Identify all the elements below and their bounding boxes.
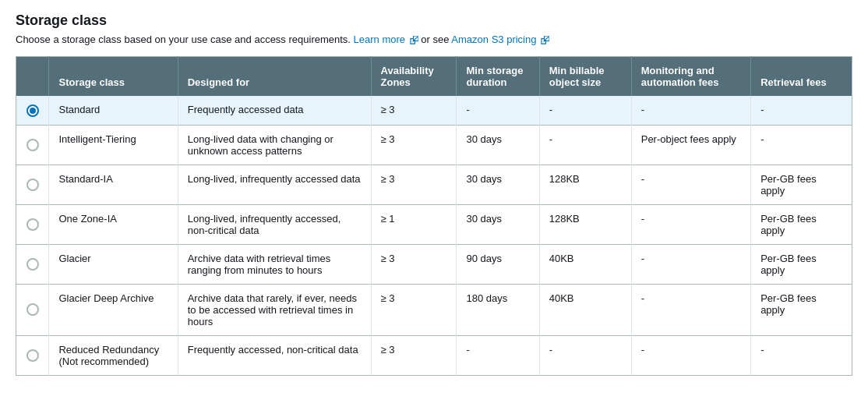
table-row[interactable]: StandardFrequently accessed data≥ 3----: [16, 96, 852, 125]
min-storage-cell: -: [457, 96, 539, 125]
monitoring-cell: Per-object fees apply: [631, 125, 750, 165]
radio-cell[interactable]: [16, 204, 49, 244]
storage-class-cell: Glacier: [49, 244, 178, 284]
radio-button[interactable]: [26, 258, 39, 271]
retrieval-cell: Per-GB fees apply: [751, 165, 852, 204]
monitoring-cell: -: [631, 204, 750, 244]
s3-pricing-link[interactable]: Amazon S3 pricing: [451, 34, 549, 45]
radio-cell[interactable]: [16, 125, 49, 165]
monitoring-cell: -: [631, 165, 750, 204]
storage-class-cell: Standard: [49, 96, 178, 125]
radio-button[interactable]: [26, 179, 39, 191]
table-row[interactable]: Glacier Deep ArchiveArchive data that ra…: [16, 284, 852, 335]
radio-cell[interactable]: [16, 335, 49, 375]
monitoring-cell: -: [631, 244, 750, 284]
radio-button[interactable]: [26, 104, 39, 117]
storage-class-cell: Intelligent-Tiering: [49, 125, 178, 165]
col-header-az: Availability Zones: [371, 57, 457, 97]
min-storage-cell: 30 days: [457, 204, 539, 244]
storage-class-cell: Reduced Redundancy (Not recommended): [49, 335, 178, 375]
radio-button[interactable]: [26, 218, 39, 231]
learn-more-link[interactable]: Learn more: [354, 34, 422, 45]
retrieval-cell: -: [751, 125, 852, 165]
monitoring-cell: -: [631, 335, 750, 375]
table-row[interactable]: GlacierArchive data with retrieval times…: [16, 244, 852, 284]
designed-for-cell: Archive data with retrieval times rangin…: [178, 244, 371, 284]
external-link-icon: [410, 36, 418, 44]
min-billable-cell: 40KB: [539, 244, 631, 284]
min-billable-cell: -: [539, 96, 631, 125]
monitoring-cell: -: [631, 96, 750, 125]
min-billable-cell: 128KB: [539, 165, 631, 204]
radio-button[interactable]: [26, 349, 39, 362]
external-link-icon-2: [541, 36, 549, 44]
min-storage-cell: 180 days: [457, 284, 539, 335]
retrieval-cell: Per-GB fees apply: [751, 284, 852, 335]
page-subtitle: Choose a storage class based on your use…: [16, 34, 852, 45]
designed-for-cell: Long-lived, infrequently accessed, non-c…: [178, 204, 371, 244]
col-header-designed-for: Designed for: [178, 57, 371, 97]
min-storage-cell: -: [457, 335, 539, 375]
table-header-row: Storage class Designed for Availability …: [16, 57, 852, 97]
retrieval-cell: -: [751, 96, 852, 125]
designed-for-cell: Long-lived data with changing or unknown…: [178, 125, 371, 165]
storage-class-cell: One Zone-IA: [49, 204, 178, 244]
az-cell: ≥ 3: [371, 244, 457, 284]
col-header-min-storage: Min storage duration: [457, 57, 539, 97]
radio-button[interactable]: [26, 303, 39, 316]
min-billable-cell: 128KB: [539, 204, 631, 244]
storage-class-cell: Glacier Deep Archive: [49, 284, 178, 335]
az-cell: ≥ 3: [371, 284, 457, 335]
retrieval-cell: Per-GB fees apply: [751, 244, 852, 284]
radio-cell[interactable]: [16, 96, 49, 125]
min-storage-cell: 30 days: [457, 165, 539, 204]
radio-cell[interactable]: [16, 284, 49, 335]
table-row[interactable]: Intelligent-TieringLong-lived data with …: [16, 125, 852, 165]
radio-cell[interactable]: [16, 244, 49, 284]
min-billable-cell: -: [539, 335, 631, 375]
retrieval-cell: -: [751, 335, 852, 375]
designed-for-cell: Frequently accessed, non-critical data: [178, 335, 371, 375]
radio-cell[interactable]: [16, 165, 49, 204]
az-cell: ≥ 3: [371, 96, 457, 125]
monitoring-cell: -: [631, 284, 750, 335]
storage-class-table: Storage class Designed for Availability …: [16, 56, 852, 376]
az-cell: ≥ 3: [371, 335, 457, 375]
table-row[interactable]: One Zone-IALong-lived, infrequently acce…: [16, 204, 852, 244]
col-header-min-billable: Min billable object size: [539, 57, 631, 97]
min-storage-cell: 90 days: [457, 244, 539, 284]
min-billable-cell: 40KB: [539, 284, 631, 335]
retrieval-cell: Per-GB fees apply: [751, 204, 852, 244]
col-header-radio: [16, 57, 49, 97]
col-header-monitoring: Monitoring and automation fees: [631, 57, 750, 97]
storage-class-cell: Standard-IA: [49, 165, 178, 204]
page-title: Storage class: [16, 12, 852, 29]
radio-button[interactable]: [26, 139, 39, 151]
designed-for-cell: Archive data that rarely, if ever, needs…: [178, 284, 371, 335]
table-row[interactable]: Reduced Redundancy (Not recommended)Freq…: [16, 335, 852, 375]
min-billable-cell: -: [539, 125, 631, 165]
az-cell: ≥ 3: [371, 165, 457, 204]
min-storage-cell: 30 days: [457, 125, 539, 165]
az-cell: ≥ 3: [371, 125, 457, 165]
designed-for-cell: Long-lived, infrequently accessed data: [178, 165, 371, 204]
designed-for-cell: Frequently accessed data: [178, 96, 371, 125]
az-cell: ≥ 1: [371, 204, 457, 244]
col-header-storage-class: Storage class: [49, 57, 178, 97]
table-row[interactable]: Standard-IALong-lived, infrequently acce…: [16, 165, 852, 204]
col-header-retrieval: Retrieval fees: [751, 57, 852, 97]
